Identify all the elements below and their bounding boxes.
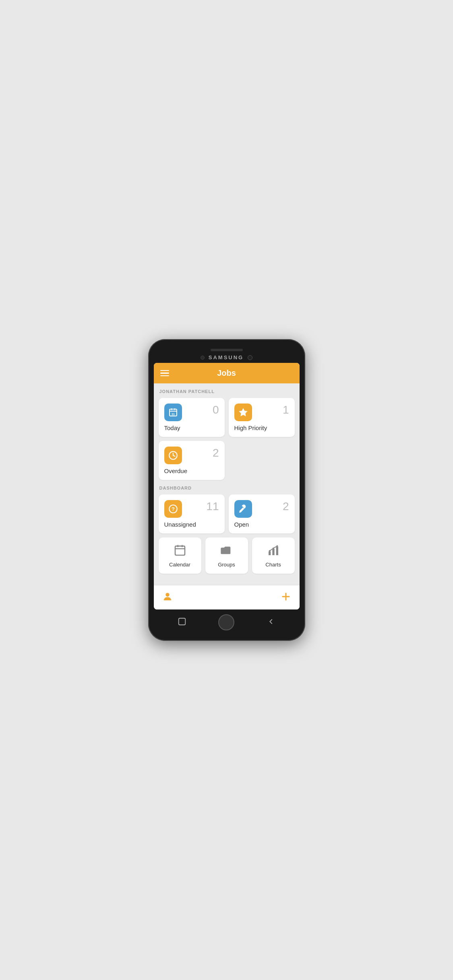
svg-rect-15 bbox=[272, 549, 274, 555]
high-priority-count: 1 bbox=[283, 404, 289, 416]
calendar-icon: 31 bbox=[164, 404, 182, 421]
bottom-bar bbox=[154, 585, 300, 609]
back-button[interactable] bbox=[267, 617, 275, 628]
svg-point-18 bbox=[273, 547, 274, 549]
phone-camera-dot bbox=[201, 356, 205, 360]
svg-point-19 bbox=[276, 545, 278, 547]
charts-icon bbox=[267, 544, 280, 558]
phone-speaker bbox=[211, 349, 243, 351]
open-card[interactable]: 2 Open bbox=[229, 494, 295, 533]
groups-small-card[interactable]: Groups bbox=[205, 537, 248, 574]
high-priority-card[interactable]: 1 High Priority bbox=[229, 398, 295, 437]
folder-icon bbox=[220, 544, 233, 558]
app-header: Jobs bbox=[154, 363, 300, 383]
user-section-label: JONATHAN PATCHELL bbox=[159, 389, 295, 394]
groups-small-label: Groups bbox=[218, 562, 235, 568]
small-cards-row: Calendar Groups bbox=[159, 537, 295, 574]
svg-rect-16 bbox=[276, 546, 278, 555]
phone-top-bar bbox=[154, 345, 300, 352]
back-square-button[interactable] bbox=[178, 617, 186, 628]
unassigned-label: Unassigned bbox=[164, 521, 219, 528]
svg-text:?: ? bbox=[172, 506, 175, 512]
svg-line-7 bbox=[173, 455, 175, 456]
overdue-label: Overdue bbox=[164, 467, 219, 474]
star-icon bbox=[234, 404, 252, 421]
svg-rect-10 bbox=[175, 546, 185, 555]
svg-point-17 bbox=[269, 550, 270, 552]
calendar-small-card[interactable]: Calendar bbox=[159, 537, 201, 574]
phone-camera-area: SAMSUNG bbox=[154, 354, 300, 360]
phone-device: SAMSUNG Jobs JONATHAN PATCHELL bbox=[148, 339, 305, 641]
unassigned-count: 11 bbox=[206, 500, 219, 513]
charts-small-card[interactable]: Charts bbox=[252, 537, 295, 574]
wrench-icon bbox=[234, 500, 252, 518]
question-icon: ? bbox=[164, 500, 182, 518]
home-button[interactable] bbox=[218, 614, 234, 630]
clock-icon bbox=[164, 447, 182, 464]
high-priority-label: High Priority bbox=[234, 424, 289, 431]
calendar-small-label: Calendar bbox=[169, 562, 190, 568]
svg-rect-23 bbox=[179, 618, 186, 625]
open-label: Open bbox=[234, 521, 289, 528]
overdue-count: 2 bbox=[213, 447, 219, 459]
samsung-brand-label: SAMSUNG bbox=[209, 354, 244, 360]
profile-button[interactable] bbox=[162, 591, 173, 604]
dashboard-main-cards: ? 11 Unassigned bbox=[159, 494, 295, 533]
overdue-row: 2 Overdue bbox=[159, 441, 295, 480]
app-content: JONATHAN PATCHELL 31 bbox=[154, 383, 300, 585]
today-card[interactable]: 31 0 Today bbox=[159, 398, 225, 437]
calendar-sm-icon bbox=[174, 544, 186, 558]
overdue-spacer bbox=[229, 441, 295, 480]
add-button[interactable] bbox=[280, 591, 292, 604]
overdue-card[interactable]: 2 Overdue bbox=[159, 441, 225, 480]
menu-button[interactable] bbox=[160, 370, 169, 377]
dashboard-section-label: DASHBOARD bbox=[159, 486, 295, 490]
charts-small-label: Charts bbox=[265, 562, 281, 568]
app-title: Jobs bbox=[217, 369, 236, 378]
open-count: 2 bbox=[283, 500, 289, 513]
svg-text:31: 31 bbox=[172, 413, 175, 416]
svg-rect-14 bbox=[269, 551, 271, 555]
user-section: JONATHAN PATCHELL 31 bbox=[159, 389, 295, 480]
today-label: Today bbox=[164, 424, 219, 431]
svg-point-20 bbox=[165, 593, 169, 597]
unassigned-card[interactable]: ? 11 Unassigned bbox=[159, 494, 225, 533]
user-cards-grid: 31 0 Today bbox=[159, 398, 295, 437]
phone-screen: Jobs JONATHAN PATCHELL bbox=[154, 363, 300, 609]
today-count: 0 bbox=[213, 404, 219, 416]
dashboard-section: DASHBOARD ? 11 bbox=[159, 486, 295, 574]
phone-front-camera bbox=[248, 355, 252, 360]
phone-bottom-nav bbox=[154, 609, 300, 635]
